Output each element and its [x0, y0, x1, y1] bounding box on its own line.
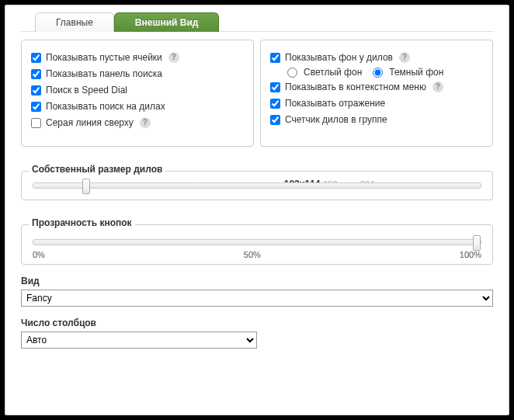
opacity-slider[interactable]: [33, 239, 481, 245]
opacity-50: 50%: [244, 250, 261, 259]
lbl-context-menu: Показывать в контекстном меню: [285, 80, 426, 94]
lbl-reflection: Показывать отражение: [285, 96, 385, 110]
right-options-box: Показывать фон у дилов ? Светлый фон Тем…: [260, 40, 493, 147]
chk-show-search-panel[interactable]: [31, 69, 41, 79]
view-select[interactable]: Fancy: [21, 290, 493, 307]
radio-dark-bg[interactable]: [373, 68, 383, 78]
chk-search-speed-dial[interactable]: [31, 85, 41, 95]
lbl-show-empty: Показывать пустые ячейки: [46, 50, 162, 64]
help-icon[interactable]: ?: [140, 117, 151, 128]
slider-handle[interactable]: [473, 235, 481, 251]
lbl-search-speed-dial: Поиск в Speed Dial: [46, 83, 127, 97]
left-options-box: Показывать пустые ячейки ? Показывать па…: [21, 40, 254, 147]
help-icon[interactable]: ?: [399, 52, 410, 63]
columns-section: Число столбцов Авто: [21, 318, 493, 349]
radio-light-bg[interactable]: [287, 68, 297, 78]
settings-panel: Главные Внешний Вид Показывать пустые яч…: [5, 5, 509, 415]
chk-show-empty[interactable]: [31, 53, 41, 63]
view-legend: Вид: [21, 276, 493, 286]
chk-show-bg-dials[interactable]: [270, 53, 280, 63]
chk-dial-counter[interactable]: [270, 115, 280, 125]
lbl-light-bg: Светлый фон: [304, 67, 362, 78]
chk-gray-line-top[interactable]: [31, 118, 41, 128]
lbl-dial-counter: Счетчик дилов в группе: [285, 113, 387, 127]
opacity-100: 100%: [460, 250, 481, 259]
dial-size-slider[interactable]: [33, 182, 481, 189]
lbl-show-search-panel: Показывать панель поиска: [46, 67, 162, 81]
opacity-legend: Прозрачность кнопок: [29, 217, 135, 228]
tab-main[interactable]: Главные: [35, 12, 114, 32]
chk-show-search-dials[interactable]: [31, 102, 41, 112]
dial-size-legend: Собственный размер дилов: [29, 164, 165, 175]
slider-handle[interactable]: [82, 179, 90, 194]
lbl-gray-line-top: Серая линия сверху: [46, 116, 134, 130]
lbl-dark-bg: Темный фон: [389, 67, 443, 78]
columns-legend: Число столбцов: [21, 318, 493, 328]
opacity-section: Прозрачность кнопок 0% 50% 100%: [21, 211, 493, 265]
opacity-0: 0%: [33, 250, 45, 259]
chk-reflection[interactable]: [270, 99, 280, 109]
lbl-show-search-dials: Показывать поиск на дилах: [46, 99, 165, 113]
help-icon[interactable]: ?: [432, 82, 443, 92]
columns-select[interactable]: Авто: [21, 331, 257, 349]
tabs: Главные Внешний Вид: [21, 12, 493, 32]
view-section: Вид Fancy: [21, 276, 493, 307]
chk-context-menu[interactable]: [270, 82, 280, 92]
dial-size-section: Собственный размер дилов 182x114150 мин,…: [21, 158, 493, 200]
lbl-show-bg-dials: Показывать фон у дилов: [285, 50, 393, 64]
tab-appearance[interactable]: Внешний Вид: [114, 12, 220, 32]
help-icon[interactable]: ?: [168, 52, 179, 63]
